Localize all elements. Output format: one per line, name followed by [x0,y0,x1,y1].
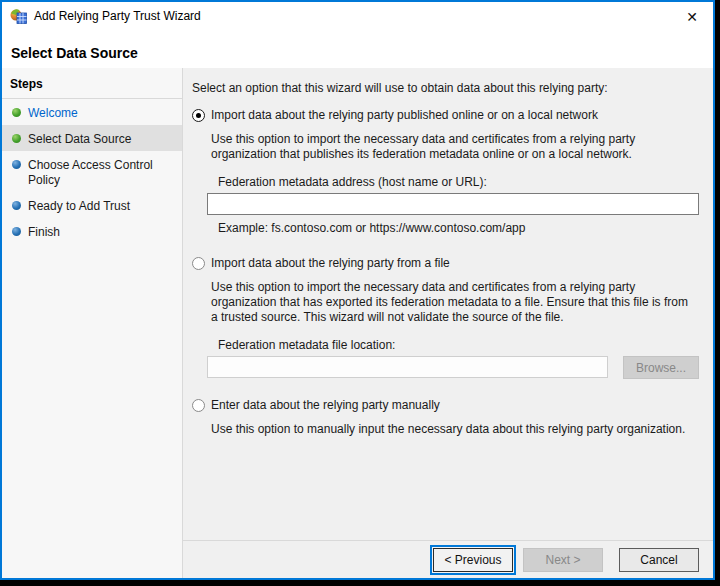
browse-button: Browse... [623,356,699,379]
radio-import-online[interactable]: Import data about the relying party publ… [192,108,700,123]
steps-sidebar: Steps Welcome Select Data Source Choose … [2,68,183,578]
step-label: Ready to Add Trust [28,199,130,213]
page-header: Select Data Source [2,30,713,68]
steps-title: Steps [2,73,182,98]
step-label: Choose Access Control Policy [28,158,153,187]
federation-metadata-file-input [207,356,608,378]
step-welcome[interactable]: Welcome [2,99,182,125]
step-ready-to-add-trust: Ready to Add Trust [2,192,182,218]
intro-text: Select an option that this wizard will u… [192,81,700,95]
step-select-data-source: Select Data Source [2,125,182,151]
wizard-window: Add Relying Party Trust Wizard ✕ Select … [0,0,715,580]
step-visited-bullet-icon [12,134,21,143]
main-area: Steps Welcome Select Data Source Choose … [2,68,713,578]
radio-label-import-file: Import data about the relying party from… [211,256,450,271]
file-location-row: Browse... [207,356,699,379]
close-icon[interactable]: ✕ [681,6,703,28]
button-bar: < Previous Next > Cancel [183,540,713,578]
content-panel: Select an option that this wizard will u… [183,68,713,578]
import-online-description: Use this option to import the necessary … [211,132,689,162]
wizard-app-icon [10,8,27,24]
previous-button[interactable]: < Previous [433,548,513,572]
federation-metadata-address-input[interactable] [207,193,699,215]
cancel-button[interactable]: Cancel [619,548,699,572]
radio-unselected-icon[interactable] [192,399,205,412]
radio-import-file[interactable]: Import data about the relying party from… [192,256,700,271]
metadata-address-example: Example: fs.contoso.com or https://www.c… [218,221,700,235]
next-button: Next > [523,548,603,572]
radio-selected-icon[interactable] [192,109,205,122]
radio-unselected-icon[interactable] [192,257,205,270]
step-label: Welcome [28,106,78,120]
metadata-address-label: Federation metadata address (host name o… [218,175,700,189]
step-choose-access-control-policy: Choose Access Control Policy [2,151,182,192]
window-title: Add Relying Party Trust Wizard [34,9,201,23]
radio-enter-manually[interactable]: Enter data about the relying party manua… [192,398,700,413]
step-label: Finish [28,225,60,239]
step-visited-bullet-icon [12,108,21,117]
step-upcoming-bullet-icon [12,227,21,236]
step-upcoming-bullet-icon [12,201,21,210]
metadata-file-label: Federation metadata file location: [218,338,700,352]
page-title: Select Data Source [11,45,138,61]
titlebar: Add Relying Party Trust Wizard ✕ [2,2,713,30]
content-area: Select an option that this wizard will u… [183,68,713,540]
radio-label-import-online: Import data about the relying party publ… [211,108,598,123]
step-upcoming-bullet-icon [12,160,21,169]
import-file-description: Use this option to import the necessary … [211,280,689,325]
enter-manually-description: Use this option to manually input the ne… [211,422,689,437]
step-finish: Finish [2,218,182,244]
radio-label-enter-manually: Enter data about the relying party manua… [211,398,440,413]
step-label: Select Data Source [28,132,131,146]
